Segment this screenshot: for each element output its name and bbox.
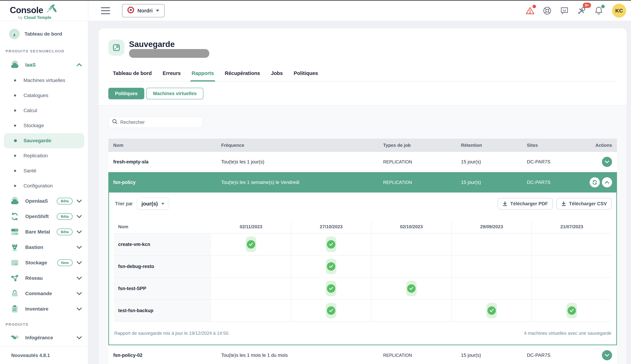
sidebar-item-infogerance[interactable]: Infogérance bbox=[0, 330, 88, 346]
tenant-selector[interactable]: Nordri bbox=[122, 4, 165, 17]
toggle-politiques[interactable]: Politiques bbox=[108, 88, 144, 99]
search-box bbox=[108, 116, 203, 128]
backup-check-cell bbox=[211, 278, 291, 299]
bullet-icon bbox=[14, 185, 16, 187]
bullet-icon bbox=[14, 124, 16, 127]
cloud-icon bbox=[10, 197, 20, 205]
sidebar-item-sante[interactable]: Santé bbox=[0, 163, 88, 178]
policies-table: Nom Fréquence Types de job Rétention Sit… bbox=[108, 138, 617, 364]
view-toggle-group: Politiques Machines virtuelles bbox=[108, 88, 617, 99]
backup-matrix: Nom 02/11/2023 27/10/2023 02/10/2023 29/… bbox=[114, 220, 612, 322]
sidebar-item-bare-metal[interactable]: Bare Metal Bêta bbox=[0, 224, 88, 240]
matrix-row-create-vm-kcn: create-vm-kcn bbox=[114, 234, 612, 256]
logo[interactable]: Console by bbox=[0, 1, 88, 21]
backup-check-cell bbox=[291, 278, 371, 299]
tab-rapports[interactable]: Rapports bbox=[192, 70, 214, 81]
backup-check-cell bbox=[291, 256, 371, 277]
cockade-icon bbox=[127, 6, 134, 15]
feedback-button[interactable] bbox=[559, 6, 569, 16]
alert-dot-badge bbox=[532, 5, 536, 8]
download-csv-button[interactable]: Télécharger CSV bbox=[556, 198, 612, 210]
new-badge: New bbox=[57, 260, 73, 266]
beta-badge: Bêta bbox=[57, 198, 73, 204]
backup-check-cell bbox=[291, 300, 371, 322]
search-icon bbox=[112, 119, 118, 126]
matrix-row-fsn-debug-resto: fsn-debug-resto bbox=[114, 256, 612, 278]
tab-recuperations[interactable]: Récupérations bbox=[225, 70, 260, 81]
check-icon bbox=[247, 240, 255, 248]
notifications-button[interactable] bbox=[594, 6, 604, 16]
sidebar-item-stockage-iaas[interactable]: Stockage bbox=[0, 118, 88, 133]
backup-check-cell bbox=[451, 234, 532, 255]
sidebar-item-reseau[interactable]: Réseau bbox=[0, 270, 88, 286]
backup-check-cell bbox=[451, 300, 532, 322]
avatar[interactable]: KC bbox=[612, 4, 626, 18]
topbar: Nordri bbox=[88, 1, 631, 21]
backup-check-cell bbox=[531, 278, 612, 299]
backup-check-cell bbox=[371, 256, 451, 277]
sidebar-item-label: Tableau de bord bbox=[25, 31, 62, 37]
expand-row-button[interactable] bbox=[602, 350, 612, 360]
gauge-icon bbox=[9, 29, 20, 39]
server-icon bbox=[10, 228, 20, 236]
sidebar-item-openshift[interactable]: OpenShift Bêta bbox=[0, 209, 88, 224]
sidebar-item-label: IaaS bbox=[25, 62, 36, 68]
sidebar-item-configuration[interactable]: Configuration bbox=[0, 178, 88, 194]
sidebar-item-inventaire[interactable]: Inventaire bbox=[0, 301, 88, 317]
backup-check-cell bbox=[211, 234, 291, 255]
download-pdf-button[interactable]: Télécharger PDF bbox=[498, 198, 553, 210]
sort-label: Trier par bbox=[115, 201, 133, 206]
search-input[interactable] bbox=[120, 120, 199, 125]
sidebar-item-dashboard[interactable]: Tableau de bord bbox=[0, 27, 88, 41]
sidebar-item-stockage[interactable]: Stockage New bbox=[0, 255, 88, 270]
tab-tableau-de-bord[interactable]: Tableau de bord bbox=[113, 70, 152, 81]
sidebar-item-replication[interactable]: Replication bbox=[0, 148, 88, 163]
toggle-machines-virtuelles[interactable]: Machines virtuelles bbox=[146, 88, 203, 99]
matrix-row-fsn-test-SPP: fsn-test-SPP bbox=[114, 278, 612, 300]
check-icon bbox=[327, 284, 335, 293]
collapse-row-button[interactable] bbox=[602, 177, 612, 188]
tab-politiques[interactable]: Politiques bbox=[294, 70, 318, 81]
table-row-fsn-policy-02[interactable]: fsn-policy-02 Tou(te)s les 1 mois le 1 d… bbox=[108, 345, 617, 364]
refresh-report-button[interactable] bbox=[590, 177, 600, 188]
clipboard-icon bbox=[10, 305, 20, 313]
sidebar-item-bastion[interactable]: Bastion bbox=[0, 240, 88, 255]
sidebar-item-sauvegarde[interactable]: Sauvegarde bbox=[4, 133, 84, 148]
expand-row-button[interactable] bbox=[602, 157, 612, 167]
save-icon bbox=[108, 40, 125, 56]
chevron-down-icon bbox=[77, 246, 82, 249]
backup-check-cell bbox=[531, 234, 612, 255]
tab-jobs[interactable]: Jobs bbox=[271, 70, 283, 81]
chevron-down-icon bbox=[156, 10, 159, 12]
sidebar-item-machines-virtuelles[interactable]: Machines virtuelles bbox=[0, 73, 88, 88]
sort-dropdown[interactable]: jour(s) bbox=[137, 198, 169, 210]
support-button[interactable] bbox=[542, 6, 552, 16]
sidebar-item-calcul[interactable]: Calcul bbox=[0, 103, 88, 118]
sidebar-section-secnumcloud: PRODUITS SECNUMCLOUD bbox=[0, 49, 88, 53]
table-row-fresh-empty-sla[interactable]: fresh-empty-sla Tou(te)s les 1 jour(s) R… bbox=[108, 152, 617, 172]
sidebar-item-iaas[interactable]: IaaS bbox=[0, 57, 88, 73]
sidebar-news-link[interactable]: Nouveautés 4.8.1 bbox=[0, 346, 88, 364]
chevron-down-icon bbox=[77, 308, 82, 310]
check-icon bbox=[407, 284, 416, 293]
beta-badge: Bêta bbox=[57, 228, 73, 235]
tab-erreurs[interactable]: Erreurs bbox=[163, 70, 181, 81]
table-row-fsn-policy[interactable]: fsn-policy Tou(te)s les 1 semaine(s) le … bbox=[108, 172, 617, 192]
download-icon bbox=[502, 201, 507, 206]
app-root: Console by bbox=[0, 0, 631, 364]
bullet-icon bbox=[14, 170, 16, 172]
tools-button[interactable]: 9+ bbox=[577, 6, 586, 16]
chevron-down-icon bbox=[77, 276, 82, 280]
storage-icon bbox=[10, 258, 20, 267]
check-icon bbox=[487, 306, 496, 315]
sidebar-item-commande[interactable]: Commande bbox=[0, 286, 88, 301]
backup-check-cell bbox=[371, 234, 451, 255]
menu-icon[interactable] bbox=[101, 7, 110, 14]
sidebar-item-catalogues[interactable]: Catalogues bbox=[0, 88, 88, 103]
notification-dot-badge bbox=[601, 5, 605, 8]
alerts-button[interactable] bbox=[525, 6, 535, 16]
bag-icon bbox=[10, 290, 20, 298]
logo-title: Console bbox=[10, 6, 43, 15]
sidebar-item-openiaas[interactable]: OpenIaaS Bêta bbox=[0, 194, 88, 209]
sidebar-section-produits: PRODUITS bbox=[0, 322, 88, 326]
